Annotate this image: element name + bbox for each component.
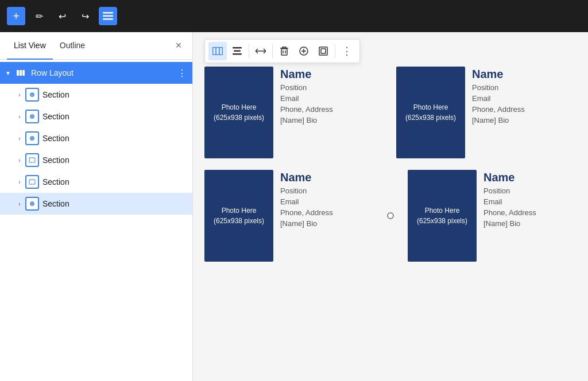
card-2-position: Position [472,83,525,92]
tree-item-section-2[interactable]: › Section [0,106,192,127]
toolbar-separator-2 [272,44,273,58]
toolbar-separator-1 [249,44,249,58]
card-3-info: Name Position Email Phone, Address [Name… [280,170,333,262]
svg-point-6 [30,93,34,96]
delete-icon [280,46,288,56]
block-tool-row-button[interactable] [208,42,227,60]
cards-container: Photo Here(625x938 pixels) Name Position… [193,32,588,273]
tree-item-row-layout[interactable]: ▼ Row Layout ⋮ [0,62,192,84]
card-2-info: Name Position Email Phone, Address [Name… [472,67,525,158]
frame-icon [319,46,328,56]
section-label-6: Section [42,199,188,208]
card-3-phone: Phone, Address [280,208,333,217]
section-label-2: Section [42,112,188,121]
section-icon-2 [25,110,39,123]
svg-point-14 [30,202,34,205]
block-tool-resize-button[interactable] [252,42,270,60]
card-1: Photo Here(625x938 pixels) Name Position… [204,67,385,158]
section-icon-5 [25,175,39,189]
row-layout-icon [14,66,28,80]
chevron-right-icon-4: › [14,154,25,166]
svg-point-8 [30,115,34,118]
card-4-email: Email [483,197,536,206]
svg-point-7 [32,94,33,95]
card-2-photo: Photo Here(625x938 pixels) [396,67,465,158]
chevron-right-icon-6: › [14,198,25,209]
section-label-4: Section [42,155,188,165]
row-layout-label: Row Layout [31,68,176,77]
svg-rect-33 [319,47,327,55]
row-tool-icon [212,47,223,55]
card-4-phone: Phone, Address [483,208,536,217]
content-area: ⋮ Photo Here(625x938 pixels) Name Positi… [193,32,588,381]
section-icon-1 [25,88,39,102]
block-tool-delete-button[interactable] [275,42,293,60]
svg-rect-21 [233,53,242,55]
block-tool-more-button[interactable]: ⋮ [338,42,356,60]
chevron-down-icon: ▼ [2,67,14,79]
cards-row-1: Photo Here(625x938 pixels) Name Position… [204,67,577,158]
cards-row-2: Photo Here(625x938 pixels) Name Position… [204,170,577,262]
tree-item-section-4[interactable]: › Section [0,149,192,171]
card-1-position: Position [280,83,333,92]
card-4-photo: Photo Here(625x938 pixels) [408,170,477,262]
align-icon [233,47,242,55]
card-3-photo: Photo Here(625x938 pixels) [204,170,273,262]
chevron-right-icon-3: › [14,133,25,144]
card-3-email: Email [280,197,333,206]
svg-point-15 [32,203,33,204]
card-1-bio: [Name] Bio [280,116,333,125]
toolbar-separator-3 [335,44,335,58]
svg-rect-3 [17,70,19,76]
card-2-bio: [Name] Bio [472,116,525,125]
sidebar-tree: ▼ Row Layout ⋮ › [0,60,192,381]
svg-rect-20 [234,50,241,52]
card-3-bio: [Name] Bio [280,219,333,228]
resize-handle[interactable] [385,170,396,262]
tree-item-section-5[interactable]: › Section [0,171,192,193]
section-label-5: Section [42,177,188,186]
undo-button[interactable]: ↩ [53,7,71,25]
top-toolbar: + ✏ ↩ ↪ [0,0,588,32]
tree-item-section-6[interactable]: › Section [0,193,192,215]
tree-item-section-3[interactable]: › Section [0,127,192,149]
section-label-1: Section [42,90,188,99]
card-1-info: Name Position Email Phone, Address [Name… [280,67,333,158]
block-tool-add-button[interactable] [295,42,313,60]
svg-point-9 [32,116,33,117]
add-circle-icon [299,46,308,56]
block-tool-frame-button[interactable] [314,42,332,60]
card-3: Photo Here(625x938 pixels) Name Position… [204,170,373,262]
card-1-email: Email [280,94,333,103]
svg-rect-13 [29,180,35,184]
block-tool-align-button[interactable] [228,42,246,60]
svg-rect-12 [29,158,35,162]
card-1-name: Name [280,68,333,81]
add-block-button[interactable]: + [7,7,25,25]
svg-rect-24 [281,49,287,55]
list-view-button[interactable] [99,7,117,25]
section-label-3: Section [42,134,188,143]
pencil-button[interactable]: ✏ [30,7,48,25]
chevron-right-icon-2: › [14,111,25,122]
card-4-name: Name [483,171,536,184]
tree-item-section-1[interactable]: › Section [0,84,192,106]
card-4-position: Position [483,186,536,195]
svg-rect-19 [233,47,242,49]
section-icon-4 [25,153,39,167]
sidebar-tabs: List View Outline × [0,32,192,60]
resize-icon [256,48,266,55]
section-icon-6 [25,197,39,211]
svg-rect-34 [321,49,326,53]
card-4: Photo Here(625x938 pixels) Name Position… [408,170,577,262]
chevron-right-icon-5: › [14,176,25,188]
tab-list-view[interactable]: List View [7,33,53,60]
card-2-email: Email [472,94,525,103]
sidebar-close-button[interactable]: × [172,39,185,53]
row-layout-more-button[interactable]: ⋮ [176,67,188,79]
section-icon-3 [25,131,39,145]
redo-button[interactable]: ↪ [76,7,94,25]
list-icon [103,12,113,20]
svg-rect-1 [103,15,113,17]
tab-outline[interactable]: Outline [53,33,92,60]
